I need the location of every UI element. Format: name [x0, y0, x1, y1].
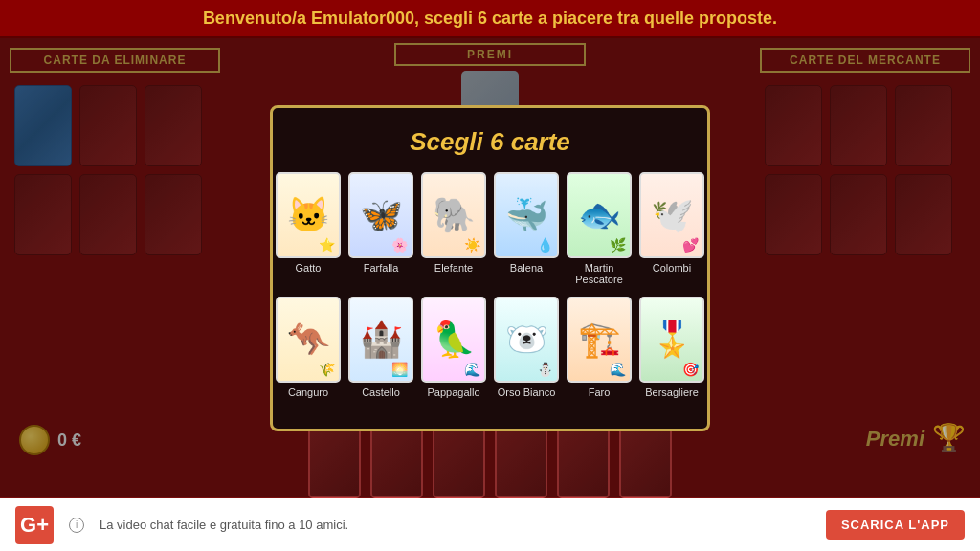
card-colombi[interactable]: 🕊️💕Colombi	[639, 172, 704, 285]
top-bar: Benvenuto/a Emulator000, scegli 6 carte …	[0, 0, 980, 38]
card-label: Bersagliere	[645, 386, 699, 398]
gplus-icon: G+	[15, 506, 54, 544]
ad-text: La video chat facile e gratuita fino a 1…	[100, 518, 811, 532]
card-label: Martin Pescatore	[567, 262, 632, 285]
info-icon: i	[69, 518, 84, 533]
card-castello[interactable]: 🏰🌅Castello	[348, 297, 413, 398]
card-balena[interactable]: 🐳💧Balena	[494, 172, 559, 285]
ad-bar: G+ i La video chat facile e gratuita fin…	[0, 498, 980, 551]
modal-overlay: Scegli 6 carte 🐱⭐Gatto🦋🌸Farfalla🐘☀️Elefa…	[0, 38, 980, 497]
cards-row-2: 🦘🌾Canguro🏰🌅Castello🦜🌊Pappagallo🐻‍❄️⛄Orso…	[292, 297, 688, 398]
card-gatto[interactable]: 🐱⭐Gatto	[276, 172, 341, 285]
card-label: Elefante	[434, 262, 473, 274]
card-elefante[interactable]: 🐘☀️Elefante	[421, 172, 486, 285]
card-faro[interactable]: 🏗️🌊Faro	[567, 297, 632, 398]
card-label: Farfalla	[364, 262, 399, 274]
card-label: Castello	[362, 386, 400, 398]
card-label: Canguro	[288, 386, 328, 398]
card-label: Gatto	[296, 262, 322, 274]
download-app-button[interactable]: SCARICA L'APP	[826, 510, 965, 540]
google-plus-logo: G+	[15, 506, 54, 544]
card-farfalla[interactable]: 🦋🌸Farfalla	[348, 172, 413, 285]
welcome-message: Benvenuto/a Emulator000, scegli 6 carte …	[203, 9, 777, 29]
card-label: Faro	[589, 386, 611, 398]
card-label: Balena	[510, 262, 543, 274]
card-selection-modal: Scegli 6 carte 🐱⭐Gatto🦋🌸Farfalla🐘☀️Elefa…	[270, 105, 710, 431]
cards-row-1: 🐱⭐Gatto🦋🌸Farfalla🐘☀️Elefante🐳💧Balena🐟🌿Ma…	[292, 172, 688, 285]
card-label: Orso Bianco	[498, 386, 556, 398]
game-area: CARTE DA ELIMINARE 0 € PREMI CARTE DEL M…	[0, 38, 980, 551]
card-martin-pescatore[interactable]: 🐟🌿Martin Pescatore	[567, 172, 632, 285]
card-label: Colombi	[653, 262, 691, 274]
card-orso-bianco[interactable]: 🐻‍❄️⛄Orso Bianco	[494, 297, 559, 398]
modal-title: Scegli 6 carte	[292, 127, 688, 157]
card-canguro[interactable]: 🦘🌾Canguro	[276, 297, 341, 398]
card-bersagliere[interactable]: 🎖️🎯Bersagliere	[639, 297, 704, 398]
card-label: Pappagallo	[427, 386, 479, 398]
card-pappagallo[interactable]: 🦜🌊Pappagallo	[421, 297, 486, 398]
